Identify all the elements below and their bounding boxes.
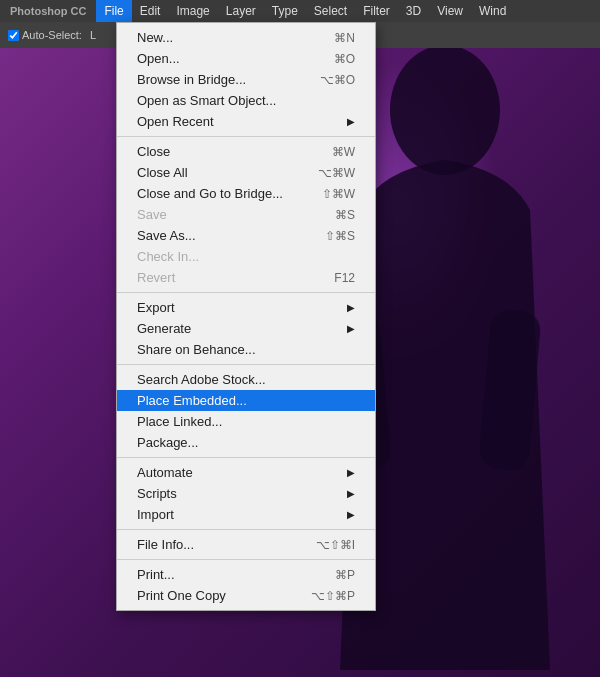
menu-item-new[interactable]: New... ⌘N <box>117 27 375 48</box>
separator-6 <box>117 559 375 560</box>
menu-3d[interactable]: 3D <box>398 0 429 22</box>
menu-item-open[interactable]: Open... ⌘O <box>117 48 375 69</box>
menu-view[interactable]: View <box>429 0 471 22</box>
toolbar-layer-label: L <box>90 29 96 41</box>
menu-item-close[interactable]: Close ⌘W <box>117 141 375 162</box>
separator-1 <box>117 136 375 137</box>
auto-select-group: Auto-Select: <box>8 29 82 41</box>
menu-item-package[interactable]: Package... <box>117 432 375 453</box>
menu-item-open-recent[interactable]: Open Recent ▶ <box>117 111 375 132</box>
menu-item-print-one-copy[interactable]: Print One Copy ⌥⇧⌘P <box>117 585 375 606</box>
menu-item-automate[interactable]: Automate ▶ <box>117 462 375 483</box>
menu-select[interactable]: Select <box>306 0 355 22</box>
menu-item-share-behance[interactable]: Share on Behance... <box>117 339 375 360</box>
menu-item-open-smart[interactable]: Open as Smart Object... <box>117 90 375 111</box>
file-dropdown-menu: New... ⌘N Open... ⌘O Browse in Bridge...… <box>116 22 376 611</box>
menu-item-generate[interactable]: Generate ▶ <box>117 318 375 339</box>
auto-select-label: Auto-Select: <box>22 29 82 41</box>
menu-file[interactable]: File <box>96 0 131 22</box>
app-name: Photoshop CC <box>0 5 96 17</box>
separator-4 <box>117 457 375 458</box>
menu-item-file-info[interactable]: File Info... ⌥⇧⌘I <box>117 534 375 555</box>
svg-point-0 <box>390 45 500 175</box>
menu-filter[interactable]: Filter <box>355 0 398 22</box>
auto-select-checkbox[interactable] <box>8 30 19 41</box>
menu-item-save-as[interactable]: Save As... ⇧⌘S <box>117 225 375 246</box>
menu-item-close-all[interactable]: Close All ⌥⌘W <box>117 162 375 183</box>
menu-item-browse-bridge[interactable]: Browse in Bridge... ⌥⌘O <box>117 69 375 90</box>
menu-item-search-stock[interactable]: Search Adobe Stock... <box>117 369 375 390</box>
menu-item-place-linked[interactable]: Place Linked... <box>117 411 375 432</box>
menu-type[interactable]: Type <box>264 0 306 22</box>
separator-5 <box>117 529 375 530</box>
menu-item-save[interactable]: Save ⌘S <box>117 204 375 225</box>
menu-item-print[interactable]: Print... ⌘P <box>117 564 375 585</box>
menu-item-check-in[interactable]: Check In... <box>117 246 375 267</box>
menu-image[interactable]: Image <box>168 0 217 22</box>
menu-item-import[interactable]: Import ▶ <box>117 504 375 525</box>
menu-edit[interactable]: Edit <box>132 0 169 22</box>
menu-item-export[interactable]: Export ▶ <box>117 297 375 318</box>
menu-window[interactable]: Wind <box>471 0 514 22</box>
menu-layer[interactable]: Layer <box>218 0 264 22</box>
menu-bar: Photoshop CC File Edit Image Layer Type … <box>0 0 600 22</box>
separator-2 <box>117 292 375 293</box>
menu-item-scripts[interactable]: Scripts ▶ <box>117 483 375 504</box>
menu-item-revert[interactable]: Revert F12 <box>117 267 375 288</box>
menu-item-place-embedded[interactable]: Place Embedded... <box>117 390 375 411</box>
menu-item-close-bridge[interactable]: Close and Go to Bridge... ⇧⌘W <box>117 183 375 204</box>
separator-3 <box>117 364 375 365</box>
